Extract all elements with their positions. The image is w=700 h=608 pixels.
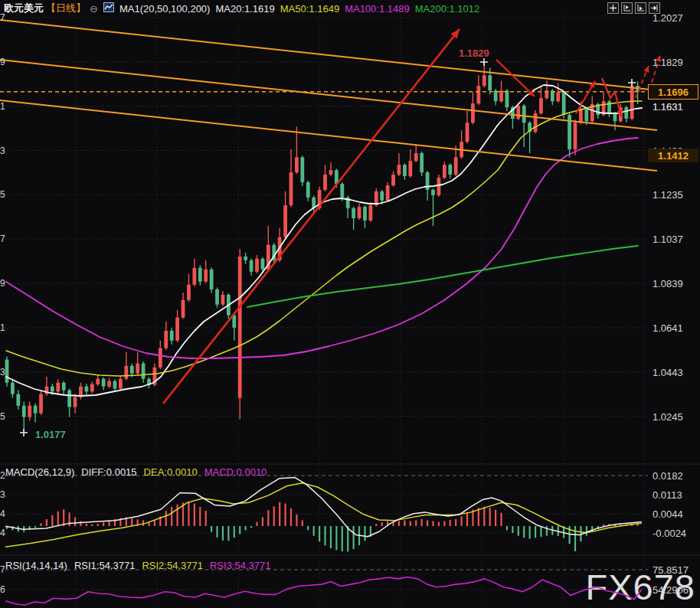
swing-low-label: 1.0177	[35, 429, 66, 440]
chart-toolbar	[607, 2, 660, 14]
ma-settings-label: MA1(20,50,100,200)	[119, 3, 211, 15]
ma200-label: MA200:1.1012	[415, 3, 480, 15]
rsi-title: RSI(14,14,14)	[5, 560, 67, 571]
trading-chart-window: { "header": { "symbol": "欧元美元", "period"…	[0, 0, 700, 608]
rsi2-value: RSI2:54.3771	[142, 560, 203, 571]
axis-label-partially-hidden: 1.1631	[653, 101, 683, 113]
chart-header: 欧元美元 【日线】 ⊖ MA1(20,50,100,200) MA20:1.16…	[4, 2, 479, 15]
support-level-box: 1.1412	[648, 149, 698, 162]
snap-right-edge-icon[interactable]	[649, 2, 660, 14]
move-tool-icon[interactable]	[607, 2, 619, 14]
ma50-label: MA50:1.1649	[280, 3, 339, 15]
rsi3-value: RSI3:54.3771	[210, 560, 271, 571]
macd-dea-value: DEA:0.0010	[144, 466, 198, 478]
swing-high-label: 1.1829	[459, 47, 489, 59]
macd-macd-value: MACD:0.0010	[204, 466, 267, 478]
macd-diff-value: DIFF:0.0015	[81, 466, 136, 478]
macd-pane-header: MACD(26,12,9) DIFF:0.0015 DEA:0.0010 MAC…	[5, 466, 267, 478]
ma100-label: MA100:1.1489	[345, 3, 410, 15]
symbol-name: 欧元美元	[4, 2, 44, 15]
collapse-icon[interactable]: ⊖	[90, 3, 98, 15]
scale-left-icon[interactable]	[621, 2, 633, 14]
current-price-box[interactable]: 1.1696	[648, 84, 698, 100]
rsi-pane-header: RSI(14,14,14) RSI1:54.3771 RSI2:54.3771 …	[5, 560, 270, 571]
macd-title: MACD(26,12,9)	[5, 466, 74, 478]
chart-canvas[interactable]	[0, 0, 700, 608]
ma20-label: MA20:1.1619	[215, 3, 274, 15]
chart-type-icon[interactable]	[103, 2, 114, 15]
scale-right-icon[interactable]	[635, 2, 646, 14]
rsi1-value: RSI1:54.3771	[74, 560, 136, 571]
period-label[interactable]: 【日线】	[46, 2, 86, 15]
